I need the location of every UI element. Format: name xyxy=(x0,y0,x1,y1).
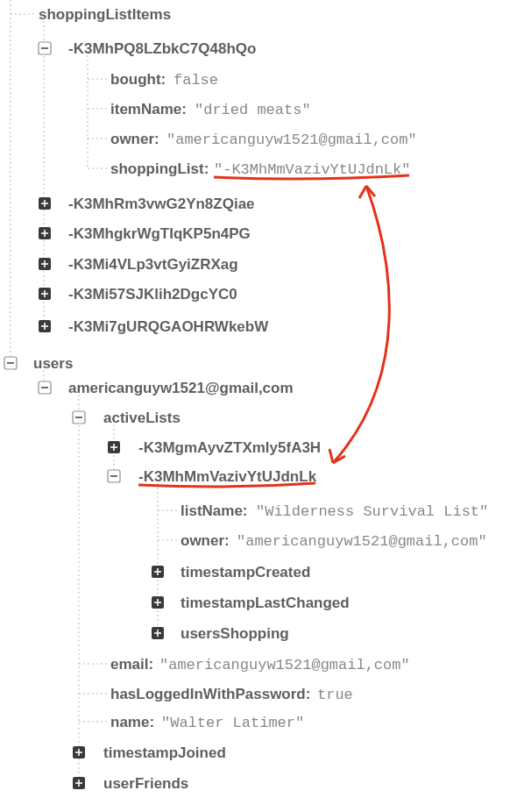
toggle-tj[interactable] xyxy=(73,746,85,759)
val-bought: false xyxy=(173,72,218,89)
key-itemname: itemName: xyxy=(110,101,187,118)
key-hliwp: hasLoggedInWithPassword: xyxy=(110,686,310,702)
node-uf[interactable]: userFriends xyxy=(103,775,188,792)
toggle-activelists[interactable] xyxy=(73,411,85,424)
toggle-c2[interactable] xyxy=(39,197,51,210)
node-activelists[interactable]: activeLists xyxy=(103,410,181,426)
toggle-shoppinglistitems-child1[interactable] xyxy=(39,42,51,54)
toggle-a2[interactable] xyxy=(108,470,120,482)
node-tslc[interactable]: timestampLastChanged xyxy=(181,595,350,611)
annotation-arrow xyxy=(333,186,389,463)
val-shoppinglist: "-K3MhMmVazivYtUJdnLk" xyxy=(214,161,410,178)
val-owner2: "americanguyw1521@gmail,com" xyxy=(237,533,487,550)
val-email: "americanguyw1521@gmail,com" xyxy=(159,657,410,673)
toggle-c3[interactable] xyxy=(39,227,51,239)
toggle-us[interactable] xyxy=(152,627,164,639)
node-shoppinglistitems[interactable]: shoppingListItems xyxy=(39,6,171,23)
node-c2[interactable]: -K3MhRm3vwG2Yn8ZQiae xyxy=(68,196,255,212)
node-a2[interactable]: -K3MhMmVazivYtUJdnLk xyxy=(138,468,317,485)
toggle-uf[interactable] xyxy=(73,777,85,789)
node-user1[interactable]: americanguyw1521@gmail,com xyxy=(68,380,294,396)
toggle-c5[interactable] xyxy=(39,288,51,300)
key-email: email: xyxy=(110,656,153,673)
key-owner: owner: xyxy=(110,131,159,147)
node-tj[interactable]: timestampJoined xyxy=(103,744,226,761)
toggle-users[interactable] xyxy=(4,357,17,369)
node-tsc[interactable]: timestampCreated xyxy=(181,564,310,581)
node-c4[interactable]: -K3Mi4VLp3vtGyiZRXag xyxy=(68,256,238,273)
node-us[interactable]: usersShopping xyxy=(181,625,289,642)
node-c5[interactable]: -K3Mi57SJKlih2DgcYC0 xyxy=(68,286,237,303)
val-name: "Walter Latimer" xyxy=(161,715,304,731)
toggle-c6[interactable] xyxy=(39,320,51,332)
node-a1[interactable]: -K3MgmAyvZTXmly5fA3H xyxy=(138,439,321,456)
key-owner2: owner: xyxy=(181,532,230,549)
toggle-tsc[interactable] xyxy=(152,566,164,578)
val-listname: "Wilderness Survival List" xyxy=(256,503,488,520)
val-owner: "americanguyw1521@gmail,com" xyxy=(166,132,417,148)
val-itemname: "dried meats" xyxy=(195,102,311,118)
key-shoppinglist: shoppingList: xyxy=(110,160,209,177)
key-bought: bought: xyxy=(110,71,166,88)
key-name: name: xyxy=(110,714,154,730)
val-hliwp: true xyxy=(317,687,353,703)
node-users[interactable]: users xyxy=(33,355,73,372)
node-c3[interactable]: -K3MhgkrWgTIqKP5n4PG xyxy=(68,225,251,242)
toggle-tslc[interactable] xyxy=(152,596,164,609)
key-listname: listName: xyxy=(181,502,248,519)
node-item1-id[interactable]: -K3MhPQ8LZbkC7Q48hQo xyxy=(68,40,256,57)
toggle-c4[interactable] xyxy=(39,258,51,270)
toggle-user1[interactable] xyxy=(39,381,51,394)
node-c6[interactable]: -K3Mi7gURQGAOHRWkebW xyxy=(68,318,269,335)
toggle-a1[interactable] xyxy=(108,441,120,453)
